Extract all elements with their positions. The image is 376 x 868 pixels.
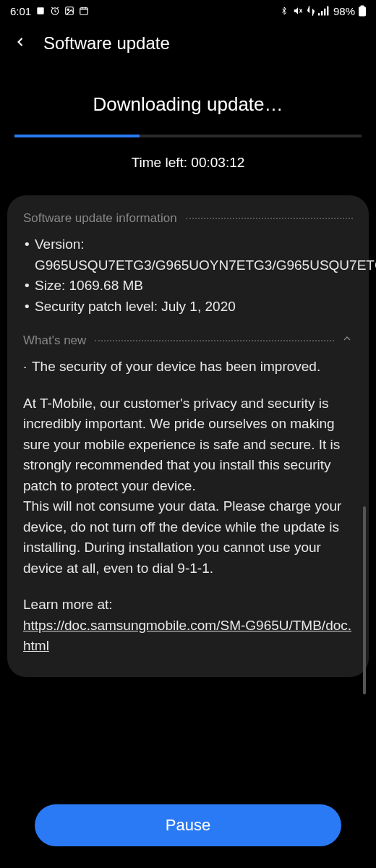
info-section-title: Software update information bbox=[23, 211, 177, 226]
back-button[interactable] bbox=[13, 32, 27, 54]
download-section: Downloading update… Time left: 00:03:12 bbox=[0, 64, 376, 184]
svg-rect-0 bbox=[38, 7, 44, 14]
status-bar-left: 6:01 bbox=[10, 5, 89, 17]
mute-icon bbox=[292, 6, 304, 16]
calendar-icon bbox=[79, 6, 89, 16]
pause-button[interactable]: Pause bbox=[35, 804, 341, 846]
learn-more-section: Learn more at: https://doc.samsungmobile… bbox=[23, 595, 353, 657]
whats-new-title: What's new bbox=[23, 333, 86, 348]
battery-icon bbox=[359, 5, 366, 17]
svg-point-3 bbox=[67, 9, 69, 10]
svg-rect-10 bbox=[361, 6, 364, 8]
whats-new-item: The security of your device has been imp… bbox=[23, 357, 353, 378]
svg-rect-9 bbox=[359, 7, 366, 16]
whats-new-body: The security of your device has been imp… bbox=[23, 357, 353, 657]
page-title: Software update bbox=[43, 33, 170, 54]
app-header: Software update bbox=[0, 22, 376, 64]
signal-icon bbox=[318, 6, 330, 16]
svg-rect-8 bbox=[327, 7, 328, 16]
svg-rect-4 bbox=[80, 8, 88, 14]
bottom-action-bar: Pause bbox=[0, 796, 376, 868]
image-icon bbox=[64, 6, 74, 16]
learn-more-link[interactable]: https://doc.samsungmobile.com/SM-G965U/T… bbox=[23, 618, 351, 654]
battery-percent: 98% bbox=[333, 5, 355, 17]
chevron-up-icon bbox=[341, 333, 353, 348]
svg-rect-6 bbox=[321, 11, 322, 15]
status-bar: 6:01 98% bbox=[0, 0, 376, 22]
info-version: Version: G965USQU7ETG3/G965UOYN7ETG3/G96… bbox=[23, 234, 353, 276]
info-size: Size: 1069.68 MB bbox=[23, 276, 353, 297]
status-time: 6:01 bbox=[10, 5, 31, 17]
learn-more-label: Learn more at: bbox=[23, 597, 113, 612]
whats-new-paragraph: At T-Mobile, our customer's privacy and … bbox=[23, 393, 353, 579]
svg-rect-7 bbox=[324, 9, 325, 16]
status-bar-right: 98% bbox=[280, 5, 366, 17]
download-status-title: Downloading update… bbox=[14, 93, 362, 116]
network-data-icon bbox=[307, 6, 315, 16]
time-left-label: Time left: 00:03:12 bbox=[14, 155, 362, 171]
scroll-indicator[interactable] bbox=[363, 506, 366, 694]
notification-icon bbox=[35, 6, 46, 16]
info-security-patch: Security patch level: July 1, 2020 bbox=[23, 297, 353, 318]
progress-bar bbox=[14, 135, 362, 137]
info-list: Version: G965USQU7ETG3/G965UOYN7ETG3/G96… bbox=[23, 234, 353, 317]
bluetooth-icon bbox=[280, 5, 289, 17]
alarm-icon bbox=[50, 6, 60, 16]
update-info-card: Software update information Version: G96… bbox=[7, 195, 369, 677]
info-section-header: Software update information bbox=[23, 211, 353, 226]
svg-rect-5 bbox=[318, 13, 320, 15]
whats-new-header[interactable]: What's new bbox=[23, 333, 353, 348]
progress-bar-fill bbox=[14, 135, 140, 137]
